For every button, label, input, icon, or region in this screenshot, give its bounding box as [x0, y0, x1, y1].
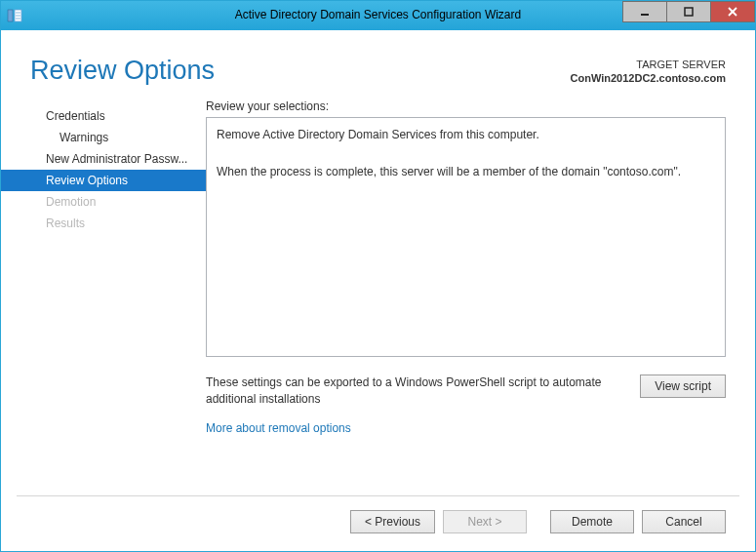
header-row: Review Options TARGET SERVER ConWin2012D… [1, 30, 755, 99]
content-area: Review Options TARGET SERVER ConWin2012D… [1, 30, 755, 551]
review-label: Review your selections: [206, 99, 726, 113]
window-controls [623, 1, 755, 22]
target-server-label: TARGET SERVER [571, 58, 726, 71]
maximize-button[interactable] [666, 1, 711, 22]
wizard-footer: < Previous Next > Demote Cancel [1, 496, 755, 551]
svg-rect-6 [685, 8, 693, 16]
wizard-window: Active Directory Domain Services Configu… [0, 0, 756, 552]
more-about-removal-link[interactable]: More about removal options [206, 421, 726, 435]
nav-credentials[interactable]: Credentials [1, 105, 206, 127]
nav-review-options[interactable]: Review Options [1, 170, 206, 191]
next-button: Next > [443, 510, 527, 533]
previous-button[interactable]: < Previous [350, 510, 435, 533]
nav-label: Credentials [46, 109, 105, 123]
nav-label: Review Options [46, 174, 128, 187]
svg-rect-0 [8, 10, 13, 21]
nav-warnings[interactable]: Warnings [1, 127, 206, 148]
nav-label: Warnings [60, 131, 108, 144]
app-icon [7, 8, 22, 23]
wizard-sidebar: Credentials Warnings New Administrator P… [1, 99, 206, 482]
minimize-button[interactable] [622, 1, 667, 22]
window-title: Active Directory Domain Services Configu… [235, 8, 521, 21]
demote-button[interactable]: Demote [550, 510, 634, 533]
main-pane: Review your selections: Remove Active Di… [206, 99, 755, 482]
export-row: These settings can be exported to a Wind… [206, 375, 726, 408]
nav-results: Results [1, 213, 206, 234]
titlebar: Active Directory Domain Services Configu… [1, 1, 755, 30]
export-description: These settings can be exported to a Wind… [206, 375, 624, 408]
nav-demotion: Demotion [1, 191, 206, 213]
target-server-block: TARGET SERVER ConWin2012DC2.contoso.com [571, 58, 726, 86]
cancel-button[interactable]: Cancel [642, 510, 726, 533]
view-script-button[interactable]: View script [640, 375, 726, 398]
nav-label: Demotion [46, 195, 96, 209]
target-server-value: ConWin2012DC2.contoso.com [571, 71, 726, 85]
page-title: Review Options [30, 56, 215, 86]
review-selections-box[interactable]: Remove Active Directory Domain Services … [206, 117, 726, 357]
nav-new-admin-password[interactable]: New Administrator Passw... [1, 148, 206, 170]
nav-label: Results [46, 217, 85, 230]
nav-label: New Administrator Passw... [46, 152, 187, 166]
body-split: Credentials Warnings New Administrator P… [1, 99, 755, 482]
close-button[interactable] [710, 1, 755, 22]
